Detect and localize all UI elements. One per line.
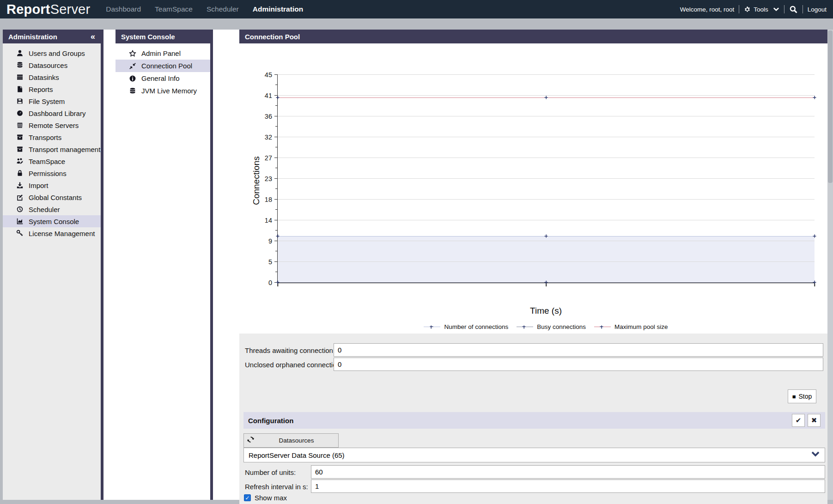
close-icon: ✖ xyxy=(811,416,817,425)
chart-legend: Number of connections Busy connections M… xyxy=(277,323,815,330)
nav-links: Dashboard TeamSpace Scheduler Administra… xyxy=(106,5,303,13)
sidebar-item-license-management[interactable]: License Management xyxy=(3,227,101,239)
show-max-label: Show max xyxy=(255,494,287,502)
sidebar-item-permissions[interactable]: Permissions xyxy=(3,167,101,179)
stop-button-label: Stop xyxy=(799,393,812,400)
import-icon xyxy=(16,182,24,189)
y-axis-tick-label: 36 xyxy=(265,113,272,120)
search-icon[interactable] xyxy=(789,5,798,14)
vertical-scrollbar[interactable] xyxy=(827,30,833,500)
tools-chevron-down-icon[interactable] xyxy=(773,6,779,12)
nav-link-teamspace[interactable]: TeamSpace xyxy=(155,5,193,13)
sidebar-item-label: Remote Servers xyxy=(29,121,79,129)
console-item-connection-pool[interactable]: Connection Pool xyxy=(116,60,210,72)
chart-x-axis-title: Time (s) xyxy=(277,306,815,316)
sidebar-item-global-constants[interactable]: Global Constants xyxy=(3,191,101,203)
y-axis-tick-label: 23 xyxy=(265,175,272,182)
console-item-jvm-live-memory[interactable]: JVM Live Memory xyxy=(116,85,210,97)
number-of-units-input[interactable] xyxy=(311,465,825,479)
chart-y-axis-title: Connections xyxy=(251,155,261,206)
datasource-select[interactable]: ReportServer Data Source (65) xyxy=(243,448,825,462)
nav-link-dashboard[interactable]: Dashboard xyxy=(106,5,141,13)
administration-panel-header: Administration « xyxy=(3,30,101,43)
console-item-label: Connection Pool xyxy=(141,62,192,70)
y-axis-tick-label: 27 xyxy=(265,154,272,162)
configuration-header: Configuration ✔ ✖ xyxy=(243,412,825,429)
connection-pool-form: Threads awaiting connection checkout: Un… xyxy=(239,334,827,504)
team-icon xyxy=(16,158,24,165)
sidebar-item-system-console[interactable]: System Console xyxy=(3,215,101,227)
sidebar-item-transport-management[interactable]: Transport management xyxy=(3,143,101,155)
sidebar-item-label: System Console xyxy=(29,218,79,225)
legend-marker xyxy=(430,325,433,328)
info-icon xyxy=(128,75,137,82)
sidebar-item-scheduler[interactable]: Scheduler xyxy=(3,203,101,215)
key-icon xyxy=(16,230,24,237)
sidebar-item-dashboard-library[interactable]: Dashboard Library xyxy=(3,107,101,119)
sidebar-item-label: Datasources xyxy=(29,61,67,69)
refresh-icon[interactable] xyxy=(247,436,255,445)
console-item-general-info[interactable]: General Info xyxy=(116,72,210,85)
y-axis-minor-tick xyxy=(275,230,278,231)
panel-gap xyxy=(103,30,116,500)
collapse-panel-icon[interactable]: « xyxy=(91,32,95,41)
nav-link-administration[interactable]: Administration xyxy=(253,5,303,13)
y-axis-tick xyxy=(274,261,278,262)
sidebar-item-datasources[interactable]: Datasources xyxy=(3,59,101,71)
y-axis-minor-tick xyxy=(275,168,278,168)
compress-arrows-icon xyxy=(128,62,137,70)
sidebar-item-label: Datasinks xyxy=(29,73,59,81)
data-point-marker xyxy=(276,96,280,99)
datasource-selected-value: ReportServer Data Source (65) xyxy=(249,451,345,459)
legend-item-number-of-connections: Number of connections xyxy=(424,323,508,330)
sidebar-item-file-system[interactable]: File System xyxy=(3,95,101,107)
floppy-icon xyxy=(16,97,24,105)
sidebar-item-users-and-groups[interactable]: Users and Groups xyxy=(3,47,101,59)
legend-marker xyxy=(523,325,526,328)
y-axis-tick xyxy=(274,241,278,241)
logo-light: Server xyxy=(50,2,91,17)
sidebar-item-remote-servers[interactable]: Remote Servers xyxy=(3,119,101,131)
datasources-tab[interactable]: Datasources xyxy=(243,433,339,448)
y-axis-tick-label: 9 xyxy=(268,237,272,245)
console-item-admin-panel[interactable]: Admin Panel xyxy=(116,47,210,60)
lock-icon xyxy=(16,170,24,177)
divider xyxy=(803,5,803,13)
gear-icon xyxy=(744,6,751,13)
data-point-marker xyxy=(276,235,280,238)
y-axis-tick xyxy=(274,116,278,116)
system-console-panel-title: System Console xyxy=(121,33,175,41)
gauge-icon xyxy=(16,109,24,117)
stop-square-icon: ■ xyxy=(792,394,796,400)
sidebar-item-reports[interactable]: Reports xyxy=(3,83,101,95)
apply-button[interactable]: ✔ xyxy=(792,414,805,427)
remote-server-icon xyxy=(16,121,24,129)
show-max-checkbox[interactable]: ✓ xyxy=(244,494,251,501)
legend-item-maximum-pool-size: Maximum pool size xyxy=(594,323,668,330)
y-axis-minor-tick xyxy=(275,126,278,127)
show-max-row: ✓ Show max xyxy=(244,494,287,502)
nav-link-scheduler[interactable]: Scheduler xyxy=(207,5,239,13)
gridline xyxy=(278,199,815,200)
sidebar-item-label: Dashboard Library xyxy=(29,109,85,117)
sidebar-item-datasinks[interactable]: Datasinks xyxy=(3,71,101,83)
connection-pool-panel-header: Connection Pool xyxy=(239,30,827,43)
sidebar-item-label: Reports xyxy=(29,85,53,93)
sidebar-item-transports[interactable]: Transports xyxy=(3,131,101,143)
threads-awaiting-input[interactable] xyxy=(334,343,823,357)
chevron-down-icon xyxy=(811,451,820,459)
stop-button[interactable]: ■ Stop xyxy=(788,389,816,403)
refresh-interval-input[interactable] xyxy=(311,480,825,493)
tools-menu[interactable]: Tools xyxy=(744,6,768,13)
app-logo[interactable]: ReportServer xyxy=(6,2,90,17)
logout-link[interactable]: Logout xyxy=(808,6,827,13)
edit-icon xyxy=(16,194,24,201)
sidebar-item-import[interactable]: Import xyxy=(3,179,101,191)
scrollbar-thumb[interactable] xyxy=(828,30,833,183)
sidebar-item-teamspace[interactable]: TeamSpace xyxy=(3,155,101,167)
logo-bold: Report xyxy=(6,2,50,17)
user-icon xyxy=(16,49,24,57)
sidebar-item-label: Global Constants xyxy=(29,194,82,201)
cancel-button[interactable]: ✖ xyxy=(808,414,821,427)
unclosed-orphaned-input[interactable] xyxy=(334,358,823,371)
